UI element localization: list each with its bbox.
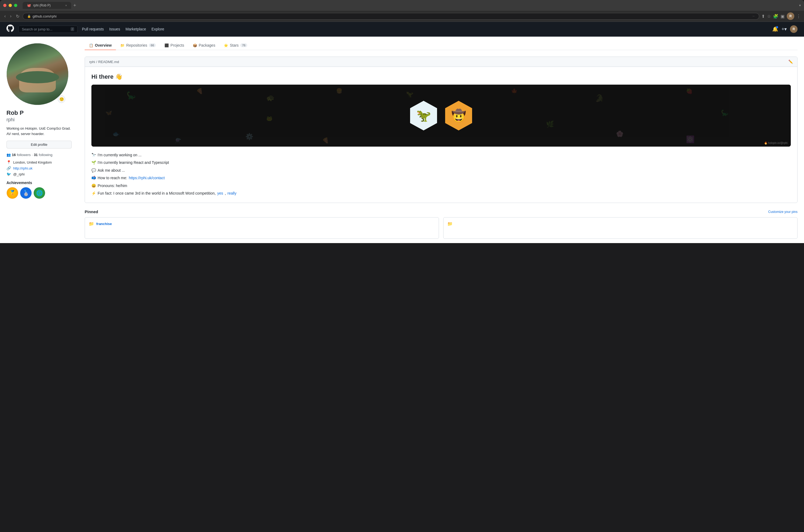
readme-sep: /: [96, 60, 97, 64]
followers-info: 👥 16 followers · 31 following: [6, 153, 72, 157]
share-icon[interactable]: ⬆: [761, 14, 765, 19]
tab-repositories[interactable]: 📁 Repositories 66: [116, 41, 160, 50]
pinned-repo-1-link[interactable]: franchise: [96, 222, 112, 226]
tab-stars[interactable]: ⭐ Stars 76: [220, 41, 251, 50]
website-link[interactable]: http://rphi.uk: [13, 166, 33, 170]
achievements-title: Achievements: [6, 180, 72, 185]
contact-link[interactable]: https://rphi.uk/contact: [129, 175, 165, 181]
nav-pull-requests[interactable]: Pull requests: [82, 27, 104, 31]
repos-tab-icon: 📁: [120, 43, 125, 48]
profile-meta-list: 📍 London, United Kingdom 🔗 http://rphi.u…: [6, 160, 72, 176]
github-logo[interactable]: [6, 24, 14, 34]
search-slash-icon: /: [71, 27, 74, 31]
tab-title: rphi (Rob P): [33, 3, 51, 7]
twitter-meta: 🐦 @_rphi: [6, 172, 72, 176]
address-field[interactable]: 🔒 github.com/rphi: [23, 13, 759, 20]
tab-overview[interactable]: 📋 Overview: [85, 41, 116, 50]
readme-list-item-4: 😄 Pronouns: he/him: [91, 183, 791, 189]
nav-explore[interactable]: Explore: [151, 27, 164, 31]
profile-sidebar: 🙂 Rob P rphi Working on Holopin. UoE Com…: [0, 37, 78, 243]
pinned-card-2[interactable]: 📁: [443, 217, 798, 239]
notification-badge: [776, 26, 778, 28]
readme-edit-button[interactable]: ✏️: [788, 60, 793, 64]
back-button[interactable]: ‹: [3, 13, 7, 20]
new-tab-button[interactable]: +: [71, 2, 78, 10]
nav-marketplace[interactable]: Marketplace: [125, 27, 146, 31]
browser-menu-icon[interactable]: ⋮: [797, 14, 801, 19]
packages-tab-label: Packages: [199, 43, 215, 48]
notifications-icon[interactable]: 🔔: [772, 26, 778, 32]
pinned-card-1[interactable]: 📁 franchise: [85, 217, 439, 239]
extensions-icon[interactable]: 🧩: [773, 14, 779, 19]
dino-badge-orange: 🤠: [444, 99, 473, 132]
item-2-text: Ask me about ...: [98, 167, 125, 173]
repos-count-badge: 66: [149, 43, 156, 47]
location-icon: 📍: [6, 160, 11, 165]
readme-list-item-3: 📫 How to reach me: https://rphi.uk/conta…: [91, 175, 791, 181]
readme-user: rphi: [89, 60, 95, 64]
user-avatar[interactable]: R: [790, 25, 798, 33]
tab-favicon: 🐙: [27, 3, 31, 7]
page-content: 🙂 Rob P rphi Working on Holopin. UoE Com…: [0, 37, 804, 243]
repo-icon-1: 📁: [89, 221, 94, 226]
pinned-grid: 📁 franchise 📁: [85, 217, 798, 239]
readme-list-item-0: 🔭 I'm currently working on ...: [91, 152, 791, 158]
add-menu-icon[interactable]: +▾: [781, 26, 787, 32]
pinned-section: Pinned Customize your pins 📁 franchise 📁: [85, 209, 798, 239]
pinned-header: Pinned Customize your pins: [85, 209, 798, 214]
readme-banner: 🦕 🍕 🐢 🍔 🦖 🍁 🐊 🍓 🐟 ⚗️ ⚙️ 🍕: [91, 84, 791, 147]
browser-tabs: 🐙 rphi (Rob P) × +: [23, 2, 797, 10]
forward-button[interactable]: ›: [9, 13, 13, 20]
traffic-light-red[interactable]: [3, 4, 6, 7]
address-shortcut: [752, 16, 755, 16]
bookmark-icon[interactable]: ☆: [767, 14, 771, 19]
item-1-text: I'm currently learning React and Typescr…: [98, 159, 169, 166]
traffic-light-yellow[interactable]: [8, 4, 12, 7]
packages-tab-icon: 📦: [193, 43, 197, 48]
fun-fact-yes-link[interactable]: yes: [217, 190, 223, 196]
achievement-badge-2: 🥈: [20, 187, 32, 199]
profile-username: rphi: [6, 117, 72, 122]
tab-packages[interactable]: 📦 Packages: [188, 41, 220, 50]
repo-icon-2: 📁: [447, 221, 453, 226]
readme-breadcrumb: rphi / README.md: [89, 60, 119, 64]
traffic-light-green[interactable]: [14, 4, 17, 7]
followers-count: 16: [12, 153, 16, 157]
user-menu-icon[interactable]: R: [790, 25, 798, 33]
followers-label: followers: [17, 153, 31, 157]
reload-button[interactable]: ↻: [15, 13, 20, 20]
customize-pins-link[interactable]: Customize your pins: [768, 210, 798, 214]
hexagon-white: 🦖: [410, 101, 437, 130]
readme-list-item-2: 💬 Ask me about ...: [91, 167, 791, 173]
overview-tab-label: Overview: [95, 43, 112, 48]
projects-tab-label: Projects: [170, 43, 184, 48]
addressbar-icons: ⬆ ☆ 🧩 ▣ R ⋮: [761, 13, 801, 20]
browser-user-avatar[interactable]: R: [787, 13, 794, 20]
repos-tab-label: Repositories: [126, 43, 147, 48]
fun-fact-really-link[interactable]: really: [228, 190, 237, 196]
achievements-section: Achievements 🏅 🥈 🌐: [6, 180, 72, 199]
nav-issues[interactable]: Issues: [109, 27, 120, 31]
browser-addressbar: ‹ › ↻ 🔒 github.com/rphi ⬆ ☆ 🧩 ▣ R ⋮: [0, 11, 804, 22]
banner-doodle-pattern: 🦕 🍕 🐢 🍔 🦖 🍁 🐊 🍓 🐟 ⚗️ ⚙️ 🍕: [91, 84, 791, 147]
avatar-emoji-button[interactable]: 🙂: [58, 95, 65, 103]
achievement-badge-3: 🌐: [34, 187, 45, 199]
url-text: github.com/rphi: [33, 14, 57, 18]
active-browser-tab[interactable]: 🐙 rphi (Rob P) ×: [23, 2, 71, 9]
github-search[interactable]: Search or jump to... /: [18, 25, 78, 33]
avatar-container: 🙂: [6, 43, 72, 105]
edit-profile-button[interactable]: Edit profile: [6, 141, 72, 149]
item-3-emoji: 📫: [91, 175, 96, 181]
profile-bio: Working on Holopin. UoE CompSci Grad. AV…: [6, 126, 72, 136]
item-2-emoji: 💬: [91, 167, 96, 173]
stars-count-badge: 76: [240, 43, 247, 47]
tab-close-button[interactable]: ×: [65, 4, 67, 7]
separator: ·: [32, 153, 33, 157]
sidebar-icon[interactable]: ▣: [781, 14, 785, 19]
following-count: 31: [34, 153, 37, 157]
item-0-emoji: 🔭: [91, 152, 96, 158]
readme-list-item-1: 🌱 I'm currently learning React and Types…: [91, 159, 791, 166]
pinned-title: Pinned: [85, 209, 98, 214]
tab-projects[interactable]: ⬛ Projects: [160, 41, 188, 50]
browser-controls-right: ▾: [799, 3, 801, 7]
